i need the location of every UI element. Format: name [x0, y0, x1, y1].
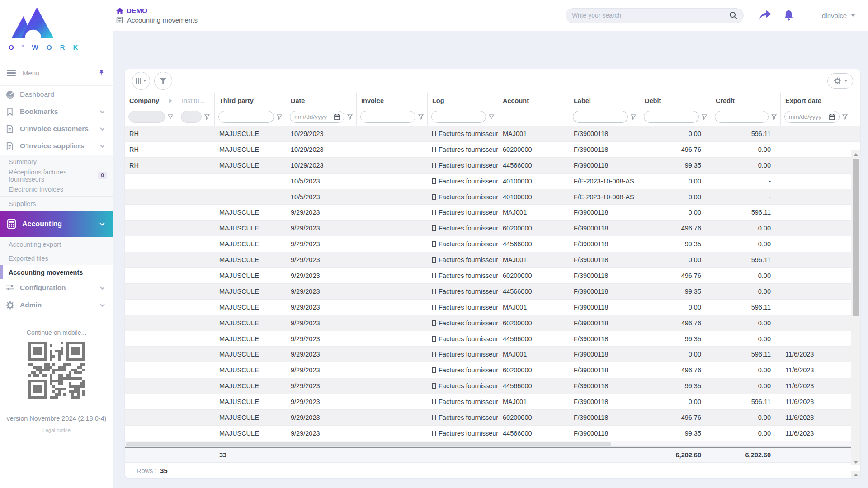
- column-header-export-date[interactable]: Export date: [781, 93, 851, 108]
- filter-debit-input[interactable]: [648, 113, 694, 120]
- table-row[interactable]: MAJUSCULE 9/29/2023 Factures fournisseur…: [125, 347, 860, 362]
- sidebar-item-accounting[interactable]: Accounting: [0, 211, 113, 237]
- filter-menu-label[interactable]: [631, 114, 636, 120]
- sidebar-subitem-exported-files[interactable]: Exported files: [0, 251, 113, 265]
- column-header-debit[interactable]: Debit: [640, 93, 711, 108]
- table-row[interactable]: MAJUSCULE 9/29/2023 Factures fournisseur…: [125, 362, 860, 378]
- cell-third-party: MAJUSCULE: [215, 142, 286, 157]
- column-header-invoice[interactable]: Invoice: [357, 93, 428, 108]
- pin-sidebar-icon[interactable]: [98, 69, 105, 77]
- sidebar-subitem-summary[interactable]: Summary: [0, 155, 113, 169]
- column-header-date[interactable]: Date: [286, 93, 357, 108]
- table-row[interactable]: 10/5/2023 Factures fournisseurs 40100000…: [125, 189, 860, 205]
- table-row[interactable]: MAJUSCULE 9/29/2023 Factures fournisseur…: [125, 236, 860, 252]
- filter-label-input[interactable]: [577, 113, 623, 120]
- filter-menu-debit[interactable]: [702, 114, 707, 120]
- horizontal-scrollbar-thumb[interactable]: [126, 442, 611, 446]
- table-row[interactable]: MAJUSCULE 9/29/2023 Factures fournisseur…: [125, 315, 860, 331]
- table-row[interactable]: MAJUSCULE 9/29/2023 Factures fournisseur…: [125, 205, 860, 221]
- grid-settings-button[interactable]: [827, 73, 853, 89]
- totals-scroll-arrows[interactable]: [851, 471, 860, 478]
- column-header-company[interactable]: Company: [125, 93, 177, 108]
- cell-third-party: MAJUSCULE: [215, 252, 286, 267]
- table-row[interactable]: RH MAJUSCULE 10/29/2023 Factures fournis…: [125, 158, 860, 174]
- breadcrumb-home[interactable]: DEMO: [116, 7, 198, 14]
- filter-third-party-input[interactable]: [223, 113, 269, 120]
- share-button[interactable]: [759, 10, 771, 21]
- cell-log: Factures fournisseurs: [428, 426, 498, 441]
- table-row[interactable]: MAJUSCULE 9/29/2023 Factures fournisseur…: [125, 284, 860, 300]
- table-row[interactable]: 10/5/2023 Factures fournisseurs 40100000…: [125, 174, 860, 189]
- column-header-account[interactable]: Account: [498, 93, 569, 108]
- column-header-log[interactable]: Log: [428, 93, 498, 108]
- filter-menu-invoice[interactable]: [418, 114, 424, 120]
- table-row[interactable]: MAJUSCULE 9/29/2023 Factures fournisseur…: [125, 410, 860, 426]
- vertical-scrollbar[interactable]: [851, 150, 860, 465]
- table-row[interactable]: MAJUSCULE 9/29/2023 Factures fournisseur…: [125, 300, 860, 315]
- cell-invoice: [357, 236, 428, 252]
- sidebar-item-oinvoice-customers[interactable]: O'Invoice customers: [0, 120, 113, 137]
- cell-debit: 496.76: [640, 268, 711, 283]
- cell-credit: -: [711, 174, 781, 189]
- table-row[interactable]: MAJUSCULE 9/29/2023 Factures fournisseur…: [125, 426, 860, 441]
- filter-date-input[interactable]: mm/dd/yyyy: [290, 111, 344, 123]
- cell-company: [125, 347, 177, 362]
- filter-menu-credit[interactable]: [771, 114, 777, 120]
- filter-menu-institution[interactable]: [204, 114, 210, 120]
- filter-credit-input[interactable]: [719, 113, 764, 120]
- search-input[interactable]: [572, 12, 729, 19]
- cell-institution: [177, 268, 215, 283]
- sidebar-subitem-accounting-movements[interactable]: Accounting movements: [0, 265, 113, 279]
- cell-date: 10/5/2023: [286, 174, 357, 189]
- sidebar-item-dashboard[interactable]: Dashboard: [0, 86, 113, 103]
- sidebar-subitem-accounting-export[interactable]: Accounting export: [0, 237, 113, 251]
- column-header-third-party[interactable]: Third party: [215, 93, 286, 108]
- table-row[interactable]: RH MAJUSCULE 10/29/2023 Factures fournis…: [125, 142, 860, 158]
- scroll-up-arrow[interactable]: [854, 474, 858, 476]
- column-header-institution[interactable]: Institu...: [177, 93, 215, 108]
- column-header-label[interactable]: Label: [569, 93, 640, 108]
- sidebar-item-bookmarks[interactable]: Bookmarks: [0, 103, 113, 120]
- notifications-button[interactable]: [783, 10, 794, 21]
- cell-credit: 596.11: [711, 394, 781, 409]
- filter-menu-log[interactable]: [489, 114, 494, 120]
- scroll-down-arrow[interactable]: [854, 461, 858, 464]
- table-row[interactable]: MAJUSCULE 9/29/2023 Factures fournisseur…: [125, 268, 860, 284]
- legal-notice-link[interactable]: Legal notice: [0, 427, 113, 433]
- cell-label: F/39000118: [569, 410, 640, 425]
- filter-invoice-input[interactable]: [365, 113, 411, 120]
- filter-menu-date[interactable]: [347, 114, 353, 120]
- dashboard-gauge-icon: [6, 90, 14, 99]
- scroll-up-arrow[interactable]: [854, 153, 858, 156]
- menu-toggle[interactable]: Menu: [0, 60, 113, 86]
- sidebar-item-label: Admin: [20, 301, 42, 309]
- sidebar-subitem-electronic-invoices[interactable]: Electronic Invoices: [0, 183, 113, 197]
- cell-label: F/39000118: [569, 205, 640, 220]
- sidebar-item-oinvoice-suppliers[interactable]: O'Invoice suppliers: [0, 137, 113, 155]
- cell-debit: 0.00: [640, 300, 711, 315]
- filter-toggle-button[interactable]: [154, 72, 172, 90]
- filter-menu-export-date[interactable]: [842, 114, 848, 120]
- filter-log-input[interactable]: [436, 113, 481, 120]
- filter-menu-company[interactable]: [168, 114, 173, 120]
- sidebar-item-configuration[interactable]: Configuration: [0, 279, 113, 296]
- column-chooser-button[interactable]: [132, 72, 150, 90]
- cell-export-date: 11/6/2023: [781, 426, 851, 441]
- table-row[interactable]: RH MAJUSCULE 10/29/2023 Factures fournis…: [125, 126, 860, 142]
- user-menu[interactable]: dinvoice: [822, 12, 855, 19]
- table-row[interactable]: MAJUSCULE 9/29/2023 Factures fournisseur…: [125, 221, 860, 236]
- sidebar-item-admin[interactable]: Admin: [0, 296, 113, 314]
- filter-export-date-input[interactable]: mm/dd/yyyy: [784, 111, 840, 123]
- cell-institution: [177, 189, 215, 205]
- table-row[interactable]: MAJUSCULE 9/29/2023 Factures fournisseur…: [125, 252, 860, 268]
- table-row[interactable]: MAJUSCULE 9/29/2023 Factures fournisseur…: [125, 331, 860, 347]
- sidebar-subitem-suppliers[interactable]: Suppliers: [0, 197, 113, 211]
- vertical-scrollbar-thumb[interactable]: [853, 159, 859, 316]
- horizontal-scrollbar[interactable]: [125, 441, 860, 447]
- table-row[interactable]: MAJUSCULE 9/29/2023 Factures fournisseur…: [125, 394, 860, 410]
- column-header-credit[interactable]: Credit: [711, 93, 781, 108]
- sidebar-subitem-receptions[interactable]: Réceptions factures fournisseurs 0: [0, 169, 113, 183]
- table-row[interactable]: MAJUSCULE 9/29/2023 Factures fournisseur…: [125, 378, 860, 394]
- filter-menu-third-party[interactable]: [277, 114, 282, 120]
- search-icon[interactable]: [729, 11, 737, 19]
